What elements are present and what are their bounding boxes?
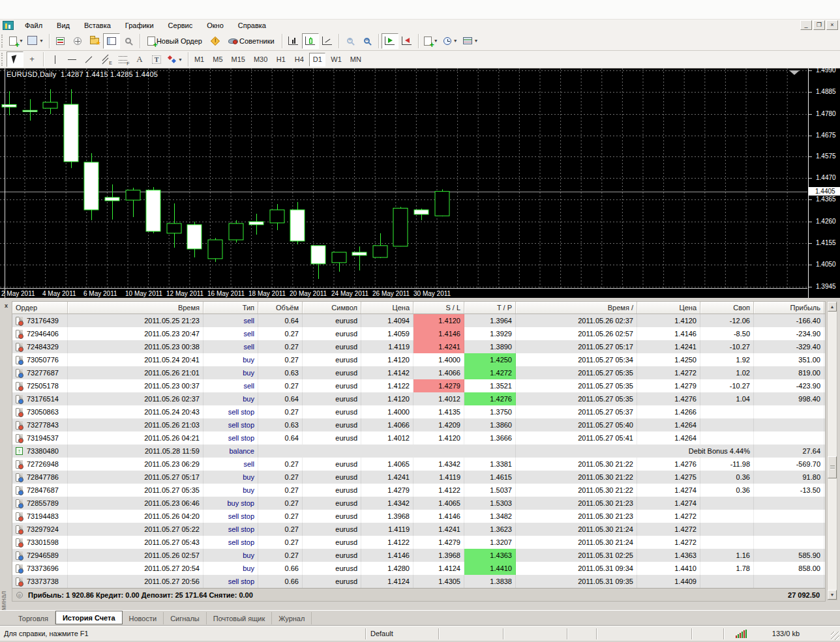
- history-row-73373738[interactable]: 733737382011.05.27 20:56sell stop0.66eur…: [12, 575, 825, 588]
- history-row-72505178[interactable]: 725051782011.05.23 00:37sell0.27eurusd1.…: [12, 379, 825, 392]
- terminal-panel-button[interactable]: [103, 33, 120, 49]
- column-header-1[interactable]: Время: [68, 302, 203, 314]
- zoom-out-button[interactable]: −: [359, 33, 376, 49]
- strategy-tester-button[interactable]: [120, 33, 137, 49]
- periods-button[interactable]: ▼: [441, 33, 460, 49]
- vertical-line-button[interactable]: [46, 51, 63, 67]
- timeframe-w1[interactable]: W1: [327, 53, 345, 66]
- minimize-button[interactable]: _: [800, 20, 812, 30]
- history-row-72847687[interactable]: 728476872011.05.27 05:35buy0.27eurusd1.4…: [12, 484, 825, 497]
- fibonacci-button[interactable]: F: [114, 51, 131, 67]
- column-header-0[interactable]: Ордер: [12, 302, 68, 314]
- menu-файл[interactable]: Файл: [18, 21, 50, 30]
- history-row-72946589[interactable]: 729465892011.05.26 02:57buy0.27eurusd1.4…: [12, 549, 825, 562]
- menu-окно[interactable]: Окно: [200, 21, 231, 30]
- history-row-72855789[interactable]: 728557892011.05.23 06:46buy stop0.27euru…: [12, 497, 825, 510]
- price-axis[interactable]: 1.49901.48851.47801.46751.45751.44701.43…: [808, 68, 840, 298]
- history-row-73373696[interactable]: 733736962011.05.27 20:54buy0.66eurusd1.4…: [12, 562, 825, 575]
- history-row-73194537[interactable]: 731945372011.05.26 04:21sell stop0.64eur…: [12, 431, 825, 445]
- tab-новости[interactable]: Новости: [123, 612, 164, 624]
- navigator-button[interactable]: [86, 33, 103, 49]
- timeframe-h1[interactable]: H1: [273, 53, 289, 66]
- line-chart-button[interactable]: [319, 33, 336, 49]
- column-header-5[interactable]: Цена: [361, 302, 413, 314]
- tab-почтовый-ящик[interactable]: Почтовый ящик: [207, 612, 272, 624]
- tab-сигналы[interactable]: Сигналы: [164, 612, 207, 624]
- templates-button[interactable]: ▼: [460, 33, 481, 49]
- resize-grip[interactable]: [831, 632, 839, 640]
- column-header-11[interactable]: Прибыль: [754, 302, 824, 314]
- history-row-72946406[interactable]: 729464062011.05.23 20:47sell0.27eurusd1.…: [12, 327, 825, 340]
- scroll-down-icon[interactable]: ▼: [828, 590, 837, 600]
- terminal-close-button[interactable]: x: [3, 302, 10, 310]
- new-chart-button[interactable]: ▼: [7, 33, 26, 49]
- timeframe-m30[interactable]: M30: [250, 53, 271, 66]
- indicators-button[interactable]: ▼: [421, 33, 441, 49]
- chart-shift-button[interactable]: [398, 33, 415, 49]
- history-row-73176439[interactable]: 731764392011.05.25 21:23sell0.64eurusd1.…: [12, 314, 825, 327]
- timeframe-mn[interactable]: MN: [347, 53, 365, 66]
- metaeditor-button[interactable]: [207, 33, 224, 49]
- menu-сервис[interactable]: Сервис: [161, 21, 200, 30]
- restore-button[interactable]: ❐: [813, 20, 825, 30]
- history-row-72726948[interactable]: 727269482011.05.23 06:29sell0.27eurusd1.…: [12, 458, 825, 471]
- expert-advisors-button[interactable]: Советники: [224, 33, 279, 49]
- column-header-6[interactable]: S / L: [413, 302, 464, 314]
- toolbar-grip[interactable]: [1, 35, 5, 48]
- text-tool-button[interactable]: A: [131, 51, 148, 67]
- data-window-button[interactable]: [69, 33, 86, 49]
- column-header-10[interactable]: Своп: [700, 302, 754, 314]
- history-row-73050863[interactable]: 730508632011.05.24 20:43sell stop0.27eur…: [12, 405, 825, 418]
- chart-window[interactable]: EURUSD,Daily 1.4287 1.4415 1.4285 1.4405…: [0, 68, 840, 298]
- market-watch-button[interactable]: [52, 33, 69, 49]
- tab-история-счета[interactable]: История Счета: [55, 611, 123, 624]
- horizontal-line-button[interactable]: [63, 51, 80, 67]
- tab-торговля[interactable]: Торговля: [12, 612, 55, 624]
- bar-chart-button[interactable]: [285, 33, 302, 49]
- timeframe-m5[interactable]: M5: [209, 53, 226, 66]
- history-row-73277687[interactable]: 732776872011.05.26 21:01buy0.63eurusd1.4…: [12, 366, 825, 379]
- column-header-4[interactable]: Символ: [303, 302, 361, 314]
- status-profile[interactable]: Default: [370, 630, 393, 637]
- timeframe-d1[interactable]: D1: [309, 53, 325, 66]
- menu-графики[interactable]: Графики: [118, 21, 161, 30]
- date-axis[interactable]: 2 May 20114 May 20116 May 201110 May 201…: [0, 288, 807, 298]
- tab-журнал[interactable]: Журнал: [272, 612, 312, 624]
- history-row-72484329[interactable]: 724843292011.05.23 00:38sell0.27eurusd1.…: [12, 340, 825, 353]
- column-header-8[interactable]: Время /: [516, 302, 637, 314]
- column-header-9[interactable]: Цена: [637, 302, 700, 314]
- auto-scroll-button[interactable]: [382, 33, 398, 49]
- candlestick-chart-button[interactable]: [302, 33, 319, 49]
- history-row-73050776[interactable]: 730507762011.05.24 20:41buy0.27eurusd1.4…: [12, 353, 825, 366]
- column-header-7[interactable]: T / P: [464, 302, 516, 314]
- toolbar-grip[interactable]: [1, 53, 5, 66]
- table-scrollbar[interactable]: ▲ ▼: [827, 301, 837, 600]
- trendline-button[interactable]: [80, 51, 97, 67]
- menu-справка[interactable]: Справка: [231, 21, 273, 30]
- history-row-73380480[interactable]: ↑733804802011.05.28 11:59balanceDebit Bo…: [12, 445, 825, 458]
- history-row-73194483[interactable]: 731944832011.05.26 04:20sell stop0.27eur…: [12, 510, 825, 523]
- new-order-button[interactable]: Новый Ордер: [143, 33, 207, 49]
- timeframe-m15[interactable]: M15: [228, 53, 248, 66]
- history-row-73301598[interactable]: 733015982011.05.27 05:43sell stop0.27eur…: [12, 536, 825, 549]
- crosshair-tool-button[interactable]: +: [23, 51, 40, 67]
- profiles-button[interactable]: ▼: [26, 33, 46, 49]
- timeframe-m1[interactable]: M1: [191, 53, 207, 66]
- arrows-button[interactable]: ▼: [165, 51, 185, 67]
- timeframe-h4[interactable]: H4: [291, 53, 307, 66]
- history-row-73176514[interactable]: 731765142011.05.26 02:37buy0.64eurusd1.4…: [12, 392, 825, 405]
- channel-button[interactable]: E: [97, 51, 114, 67]
- column-header-3[interactable]: Объём: [258, 302, 303, 314]
- scrollbar-thumb[interactable]: [828, 456, 837, 478]
- menu-вид[interactable]: Вид: [50, 21, 77, 30]
- cursor-tool-button[interactable]: [7, 51, 23, 67]
- menu-вставка[interactable]: Вставка: [77, 21, 118, 30]
- history-row-72847786[interactable]: 728477862011.05.27 05:17buy0.27eurusd1.4…: [12, 471, 825, 484]
- column-header-2[interactable]: Тип: [203, 302, 258, 314]
- close-button[interactable]: ×: [826, 20, 838, 30]
- history-row-73297924[interactable]: 732979242011.05.27 05:22sell stop0.27eur…: [12, 523, 825, 536]
- text-label-button[interactable]: T: [148, 51, 165, 67]
- scroll-up-icon[interactable]: ▲: [828, 302, 837, 312]
- history-row-73277843[interactable]: 732778432011.05.26 21:03sell stop0.63eur…: [12, 418, 825, 431]
- zoom-in-button[interactable]: +: [342, 33, 359, 49]
